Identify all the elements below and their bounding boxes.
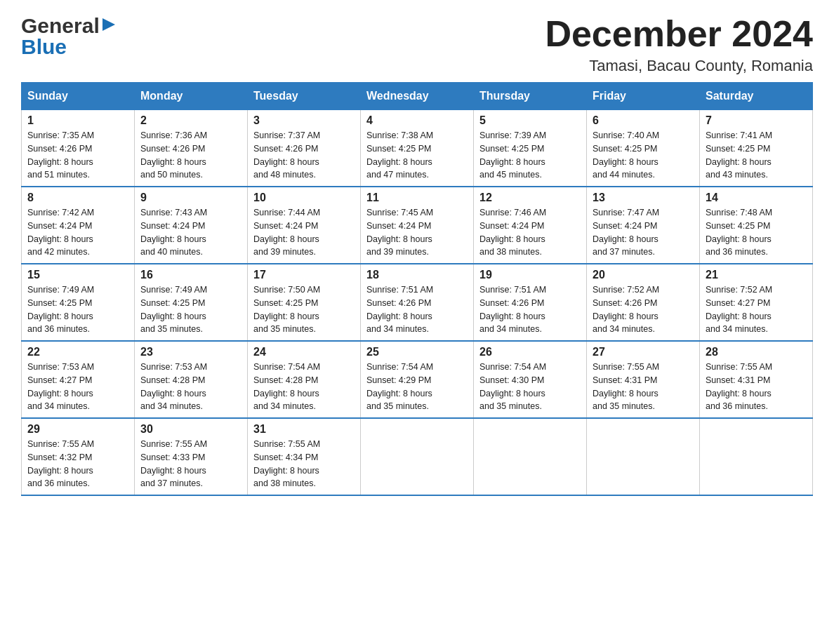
day-number: 14 [706,192,807,204]
day-info: Sunrise: 7:40 AMSunset: 4:25 PMDaylight:… [593,130,659,180]
week-row-2: 8 Sunrise: 7:42 AMSunset: 4:24 PMDayligh… [22,187,813,264]
day-number: 26 [479,346,581,358]
day-number: 28 [706,346,807,358]
day-info: Sunrise: 7:35 AMSunset: 4:26 PMDaylight:… [27,130,94,180]
day-number: 31 [253,423,355,436]
day-number: 27 [593,346,694,358]
calendar-cell: 9 Sunrise: 7:43 AMSunset: 4:24 PMDayligh… [135,187,248,264]
location-title: Tamasi, Bacau County, Romania [545,57,813,75]
day-info: Sunrise: 7:55 AMSunset: 4:33 PMDaylight:… [140,439,207,488]
day-info: Sunrise: 7:55 AMSunset: 4:31 PMDaylight:… [593,362,659,411]
calendar-cell: 12 Sunrise: 7:46 AMSunset: 4:24 PMDaylig… [474,187,587,264]
calendar-table: Sunday Monday Tuesday Wednesday Thursday… [21,82,813,496]
day-info: Sunrise: 7:44 AMSunset: 4:24 PMDaylight:… [253,208,320,257]
day-number: 9 [140,192,241,204]
day-info: Sunrise: 7:52 AMSunset: 4:27 PMDaylight:… [706,285,772,334]
day-number: 15 [27,269,128,281]
day-number: 30 [140,423,241,436]
calendar-cell: 15 Sunrise: 7:49 AMSunset: 4:25 PMDaylig… [22,264,135,341]
page-header: General Blue December 2024 Tamasi, Bacau… [21,14,813,75]
calendar-cell: 22 Sunrise: 7:53 AMSunset: 4:27 PMDaylig… [22,341,135,418]
day-info: Sunrise: 7:55 AMSunset: 4:34 PMDaylight:… [253,439,320,488]
day-number: 18 [366,269,468,281]
logo-blue-text: Blue [21,35,67,59]
calendar-cell: 5 Sunrise: 7:39 AMSunset: 4:25 PMDayligh… [474,110,587,187]
day-number: 23 [140,346,241,358]
day-number: 19 [479,269,581,281]
calendar-cell: 21 Sunrise: 7:52 AMSunset: 4:27 PMDaylig… [700,264,813,341]
col-sunday: Sunday [22,83,135,110]
day-number: 20 [593,269,694,281]
calendar-cell: 31 Sunrise: 7:55 AMSunset: 4:34 PMDaylig… [248,418,361,495]
day-info: Sunrise: 7:49 AMSunset: 4:25 PMDaylight:… [27,285,94,334]
calendar-cell: 16 Sunrise: 7:49 AMSunset: 4:25 PMDaylig… [135,264,248,341]
day-number: 16 [140,269,241,281]
title-block: December 2024 Tamasi, Bacau County, Roma… [545,14,813,75]
day-info: Sunrise: 7:45 AMSunset: 4:24 PMDaylight:… [366,208,433,257]
month-title: December 2024 [545,14,813,54]
calendar-cell: 29 Sunrise: 7:55 AMSunset: 4:32 PMDaylig… [22,418,135,495]
calendar-cell: 8 Sunrise: 7:42 AMSunset: 4:24 PMDayligh… [22,187,135,264]
calendar-cell: 23 Sunrise: 7:53 AMSunset: 4:28 PMDaylig… [135,341,248,418]
day-number: 5 [479,114,581,127]
calendar-cell: 2 Sunrise: 7:36 AMSunset: 4:26 PMDayligh… [135,110,248,187]
calendar-cell [700,418,813,495]
day-info: Sunrise: 7:41 AMSunset: 4:25 PMDaylight:… [706,130,772,180]
day-info: Sunrise: 7:36 AMSunset: 4:26 PMDaylight:… [140,130,207,180]
col-wednesday: Wednesday [361,83,474,110]
calendar-cell: 24 Sunrise: 7:54 AMSunset: 4:28 PMDaylig… [248,341,361,418]
calendar-header-row: Sunday Monday Tuesday Wednesday Thursday… [22,83,813,110]
svg-marker-0 [102,18,115,31]
day-number: 11 [366,192,468,204]
calendar-cell: 14 Sunrise: 7:48 AMSunset: 4:25 PMDaylig… [700,187,813,264]
calendar-cell: 13 Sunrise: 7:47 AMSunset: 4:24 PMDaylig… [587,187,700,264]
day-number: 22 [27,346,128,358]
day-info: Sunrise: 7:43 AMSunset: 4:24 PMDaylight:… [140,208,207,257]
day-info: Sunrise: 7:50 AMSunset: 4:25 PMDaylight:… [253,285,320,334]
calendar-cell: 20 Sunrise: 7:52 AMSunset: 4:26 PMDaylig… [587,264,700,341]
day-info: Sunrise: 7:53 AMSunset: 4:27 PMDaylight:… [27,362,94,411]
day-number: 2 [140,114,241,127]
week-row-1: 1 Sunrise: 7:35 AMSunset: 4:26 PMDayligh… [22,110,813,187]
day-info: Sunrise: 7:55 AMSunset: 4:31 PMDaylight:… [706,362,772,411]
day-info: Sunrise: 7:55 AMSunset: 4:32 PMDaylight:… [27,439,94,488]
day-info: Sunrise: 7:51 AMSunset: 4:26 PMDaylight:… [366,285,433,334]
calendar-cell: 18 Sunrise: 7:51 AMSunset: 4:26 PMDaylig… [361,264,474,341]
day-number: 21 [706,269,807,281]
calendar-cell [474,418,587,495]
day-info: Sunrise: 7:54 AMSunset: 4:28 PMDaylight:… [253,362,320,411]
calendar-cell: 27 Sunrise: 7:55 AMSunset: 4:31 PMDaylig… [587,341,700,418]
calendar-cell: 10 Sunrise: 7:44 AMSunset: 4:24 PMDaylig… [248,187,361,264]
day-number: 29 [27,423,128,436]
day-number: 8 [27,192,128,204]
day-info: Sunrise: 7:49 AMSunset: 4:25 PMDaylight:… [140,285,207,334]
day-info: Sunrise: 7:39 AMSunset: 4:25 PMDaylight:… [479,130,546,180]
day-number: 7 [706,114,807,127]
col-monday: Monday [135,83,248,110]
col-saturday: Saturday [700,83,813,110]
col-tuesday: Tuesday [248,83,361,110]
day-number: 12 [479,192,581,204]
day-info: Sunrise: 7:52 AMSunset: 4:26 PMDaylight:… [593,285,659,334]
day-info: Sunrise: 7:51 AMSunset: 4:26 PMDaylight:… [479,285,546,334]
calendar-cell: 19 Sunrise: 7:51 AMSunset: 4:26 PMDaylig… [474,264,587,341]
day-info: Sunrise: 7:42 AMSunset: 4:24 PMDaylight:… [27,208,94,257]
logo-arrow-icon [102,17,115,35]
calendar-cell: 3 Sunrise: 7:37 AMSunset: 4:26 PMDayligh… [248,110,361,187]
calendar-cell: 4 Sunrise: 7:38 AMSunset: 4:25 PMDayligh… [361,110,474,187]
day-info: Sunrise: 7:53 AMSunset: 4:28 PMDaylight:… [140,362,207,411]
day-info: Sunrise: 7:48 AMSunset: 4:25 PMDaylight:… [706,208,772,257]
col-friday: Friday [587,83,700,110]
calendar-cell: 7 Sunrise: 7:41 AMSunset: 4:25 PMDayligh… [700,110,813,187]
calendar-cell: 25 Sunrise: 7:54 AMSunset: 4:29 PMDaylig… [361,341,474,418]
calendar-cell [587,418,700,495]
day-info: Sunrise: 7:38 AMSunset: 4:25 PMDaylight:… [366,130,433,180]
calendar-cell: 17 Sunrise: 7:50 AMSunset: 4:25 PMDaylig… [248,264,361,341]
logo: General Blue [21,14,115,59]
day-number: 1 [27,114,128,127]
day-number: 13 [593,192,694,204]
day-number: 10 [253,192,355,204]
calendar-cell: 26 Sunrise: 7:54 AMSunset: 4:30 PMDaylig… [474,341,587,418]
day-info: Sunrise: 7:54 AMSunset: 4:30 PMDaylight:… [479,362,546,411]
day-number: 17 [253,269,355,281]
